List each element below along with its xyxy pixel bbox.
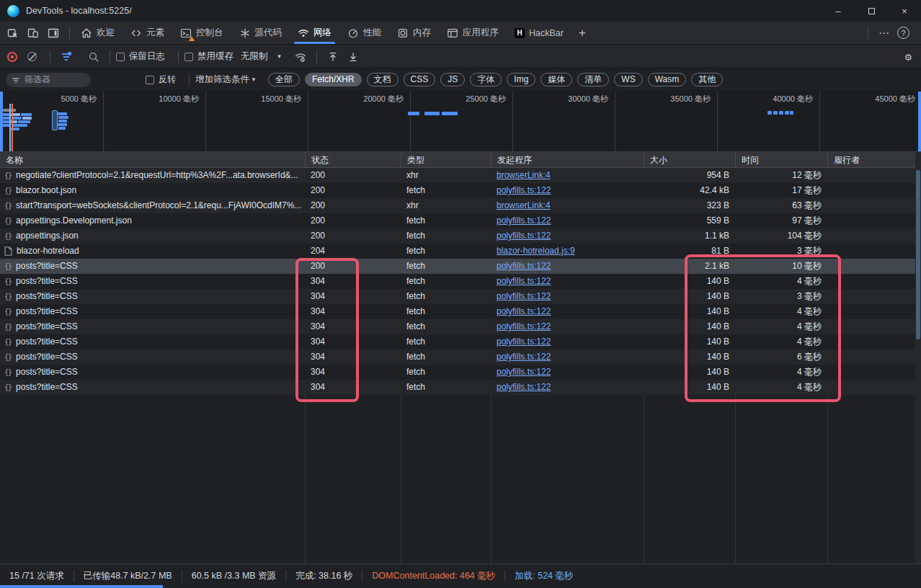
- add-filter-condition-button[interactable]: 增加筛选条件: [195, 74, 249, 86]
- resource-filter-chip-CSS[interactable]: CSS: [404, 73, 436, 86]
- invert-filter-checkbox[interactable]: [146, 76, 154, 84]
- resource-filter-chip-Img[interactable]: Img: [507, 73, 535, 86]
- throttling-select[interactable]: 无限制: [241, 50, 268, 63]
- disable-cache-checkbox[interactable]: [184, 53, 193, 61]
- initiator-link[interactable]: blazor-hotreload.js:9: [497, 246, 575, 256]
- column-header-大小[interactable]: 大小: [644, 152, 735, 168]
- initiator-link[interactable]: polyfills.ts:122: [497, 276, 551, 286]
- minimize-button[interactable]: –: [822, 0, 855, 22]
- import-har-button[interactable]: [323, 48, 343, 66]
- close-button[interactable]: ×: [888, 0, 921, 22]
- tab-欢迎[interactable]: 欢迎: [73, 22, 123, 44]
- initiator-link[interactable]: polyfills.ts:122: [497, 352, 551, 362]
- waterfall-bar: [12, 117, 22, 120]
- table-row[interactable]: {}negotiate?clientProtocol=2.1&requestUr…: [0, 168, 915, 183]
- resource-filter-chip-其他[interactable]: 其他: [691, 73, 723, 86]
- initiator-link[interactable]: polyfills.ts:122: [497, 215, 551, 226]
- resource-filter-chip-字体[interactable]: 字体: [470, 73, 502, 86]
- status-cell: 200: [305, 168, 401, 183]
- initiator-cell: polyfills.ts:122: [491, 259, 644, 274]
- json-braces-icon: {}: [4, 304, 12, 319]
- resource-filter-chip-WS[interactable]: WS: [614, 73, 642, 86]
- tab-控制台[interactable]: 控制台: [172, 22, 231, 44]
- table-row[interactable]: {}blazor.boot.json200fetchpolyfills.ts:1…: [0, 183, 915, 198]
- export-har-button[interactable]: [343, 48, 363, 66]
- record-network-log-button[interactable]: [7, 52, 17, 62]
- tab-源代码[interactable]: 源代码: [231, 22, 290, 44]
- initiator-link[interactable]: polyfills.ts:122: [497, 306, 551, 316]
- tab-应用程序[interactable]: 应用程序: [439, 22, 507, 44]
- maximize-button[interactable]: [855, 0, 888, 22]
- device-toolbar-button[interactable]: [23, 24, 43, 43]
- divider: [189, 74, 190, 86]
- column-header-履行者[interactable]: 履行者: [827, 152, 915, 168]
- resource-filter-chip-清单[interactable]: 清单: [577, 73, 609, 86]
- search-button[interactable]: [84, 48, 104, 66]
- sources-icon: [239, 27, 251, 39]
- resource-filter-chip-JS[interactable]: JS: [440, 73, 465, 86]
- table-row[interactable]: {}appsettings.Development.json200fetchpo…: [0, 213, 915, 228]
- chevron-down-icon[interactable]: ▼: [277, 53, 282, 60]
- initiator-cell: polyfills.ts:122: [491, 289, 644, 304]
- disable-cache-label: 禁用缓存: [197, 50, 233, 63]
- filter-toggle-button[interactable]: [56, 48, 76, 66]
- initiator-link[interactable]: polyfills.ts:122: [497, 185, 551, 195]
- home-icon: [81, 27, 92, 39]
- panel-tabbar: 欢迎元素控制台源代码网络性能内存应用程序HHackBar + ⋯ ?: [0, 22, 921, 45]
- tab-元素[interactable]: 元素: [123, 22, 172, 44]
- tab-性能[interactable]: 性能: [339, 22, 389, 44]
- initiator-link[interactable]: polyfills.ts:122: [497, 382, 551, 392]
- network-conditions-button[interactable]: [290, 48, 311, 66]
- initiator-link[interactable]: polyfills.ts:122: [497, 337, 551, 347]
- initiator-link[interactable]: polyfills.ts:122: [497, 231, 551, 241]
- edge-logo-icon: [7, 5, 19, 17]
- column-header-类型[interactable]: 类型: [401, 152, 491, 168]
- tab-网络[interactable]: 网络: [290, 22, 339, 44]
- help-button[interactable]: ?: [897, 27, 909, 39]
- network-settings-gear-icon[interactable]: ⚙: [904, 45, 912, 68]
- initiator-link[interactable]: polyfills.ts:122: [497, 291, 551, 301]
- column-header-状态[interactable]: 状态: [305, 152, 401, 168]
- column-header-名称[interactable]: 名称: [0, 152, 305, 168]
- network-overview-timeline[interactable]: 5000 毫秒10000 毫秒15000 毫秒20000 毫秒25000 毫秒3…: [0, 92, 921, 152]
- divider: [316, 50, 317, 63]
- resource-filter-chip-媒体[interactable]: 媒体: [540, 73, 572, 86]
- json-braces-icon: {}: [4, 213, 12, 228]
- initiator-link[interactable]: polyfills.ts:122: [497, 261, 551, 271]
- more-tabs-button[interactable]: +: [571, 22, 593, 44]
- column-header-时间[interactable]: 时间: [735, 152, 827, 168]
- initiator-link[interactable]: browserLink:4: [497, 170, 551, 180]
- customize-devtools-button[interactable]: ⋯: [871, 27, 897, 40]
- dock-side-button[interactable]: [43, 24, 63, 43]
- column-header-发起程序[interactable]: 发起程序: [491, 152, 644, 168]
- inspect-button[interactable]: [3, 24, 23, 43]
- request-name-cell: {}posts?title=CSS: [0, 334, 305, 349]
- table-row[interactable]: {}start?transport=webSockets&clientProto…: [0, 198, 915, 213]
- time-cell: 97 毫秒: [735, 213, 827, 228]
- sources-icon: [239, 27, 251, 39]
- clear-network-log-button[interactable]: [27, 52, 37, 61]
- tab-内存[interactable]: 内存: [389, 22, 439, 44]
- filter-input[interactable]: 筛选器: [6, 73, 91, 87]
- table-row[interactable]: {}appsettings.json200fetchpolyfills.ts:1…: [0, 228, 915, 244]
- waterfall-bar: [58, 116, 68, 119]
- tab-HackBar[interactable]: HHackBar: [507, 22, 571, 44]
- overview-left-handle[interactable]: [0, 92, 3, 152]
- resource-filter-chip-Fetch/XHR[interactable]: Fetch/XHR: [305, 73, 362, 86]
- status-cell: 200: [305, 213, 401, 228]
- resource-filter-chip-文档[interactable]: 文档: [367, 73, 399, 86]
- resource-filter-chip-全部[interactable]: 全部: [268, 73, 300, 86]
- initiator-link[interactable]: polyfills.ts:122: [497, 321, 551, 331]
- overview-right-handle[interactable]: [918, 92, 921, 152]
- initiator-cell: blazor-hotreload.js:9: [491, 244, 644, 259]
- chevron-down-icon[interactable]: ▼: [251, 76, 257, 83]
- size-cell: 954 B: [644, 168, 735, 183]
- tab-label: 控制台: [196, 27, 223, 39]
- scrollbar-thumb[interactable]: [916, 170, 920, 339]
- initiator-link[interactable]: browserLink:4: [497, 200, 551, 210]
- preserve-log-checkbox[interactable]: [116, 53, 125, 61]
- resource-filter-chip-Wasm[interactable]: Wasm: [648, 73, 687, 86]
- initiator-link[interactable]: polyfills.ts:122: [497, 367, 551, 377]
- summary-item: 已传输48.7 kB/2.7 MB: [74, 570, 182, 582]
- request-name: blazor-hotreload: [17, 244, 79, 259]
